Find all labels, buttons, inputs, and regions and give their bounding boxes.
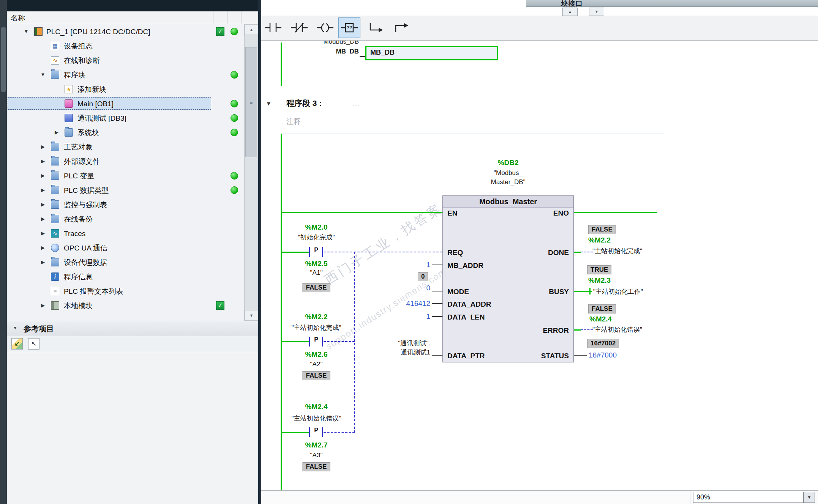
scrollbar-thumb[interactable]: ≡ [245, 47, 257, 157]
contact-operand[interactable]: %M2.0 [305, 223, 327, 232]
expander-closed-icon[interactable]: ▶ [39, 302, 46, 308]
busy-symbol[interactable]: "主站初始化工作" [593, 287, 643, 296]
tree-item-traces[interactable]: ▶ Traces [7, 226, 258, 241]
tree-item-online-diagnostics[interactable]: 在线和诊断 [7, 53, 258, 68]
interface-pane-up-icon[interactable]: ▲ [562, 8, 578, 16]
tree-item-online-backups[interactable]: ▶ 在线备份 [7, 212, 258, 226]
expander-closed-icon[interactable]: ▶ [39, 144, 46, 150]
expander-open-icon[interactable]: ▼ [23, 28, 30, 34]
expander-closed-icon[interactable]: ▶ [39, 202, 46, 207]
edge-mem-operand[interactable]: %M2.5 [305, 260, 327, 268]
edge-mem-operand[interactable]: %M2.7 [305, 441, 327, 449]
reference-projects-header[interactable]: ▼ 参考项目 [7, 321, 258, 336]
data-addr-value[interactable]: 416412 [377, 299, 430, 308]
done-operand[interactable]: %M2.2 [588, 236, 611, 244]
tree-scrollbar[interactable]: ▲ ≡ ▼ [244, 24, 258, 321]
expander-closed-icon[interactable]: ▶ [39, 187, 46, 193]
mode-value[interactable]: 0 [377, 284, 430, 292]
contact-symbol[interactable]: "主站初始化错误" [291, 414, 341, 423]
section-collapse-icon[interactable]: ▼ [13, 325, 17, 331]
panel-splitter[interactable] [258, 0, 261, 504]
edge-mem-symbol[interactable]: "A1" [310, 269, 323, 277]
tree-item-comm-test-db3[interactable]: 通讯测试 [DB3] [7, 111, 258, 125]
tree-item-local-modules[interactable]: ▶ 本地模块 ✓ [7, 298, 258, 313]
network-title-ellipsis: ..... [352, 101, 361, 108]
prev-block[interactable]: MB_DB [365, 46, 498, 60]
expander-open-icon[interactable]: ▼ [39, 72, 46, 77]
tree-item-plc-data-types[interactable]: ▶ PLC 数据类型 [7, 183, 258, 197]
expander-closed-icon[interactable]: ▶ [39, 216, 46, 222]
tree-item-add-new-block[interactable]: 添加新块 [7, 82, 258, 96]
zoom-select[interactable]: 90% [693, 492, 804, 503]
edge-mem-symbol[interactable]: "A2" [310, 361, 323, 368]
status-operand[interactable]: 16#7000 [589, 351, 642, 359]
tree-item-opc-ua[interactable]: ▶ OPC UA 通信 [7, 241, 258, 255]
instance-db-operand[interactable]: %DB2 [498, 159, 519, 167]
zoom-dropdown-icon[interactable]: ▼ [804, 492, 815, 503]
expander-closed-icon[interactable]: ▶ [39, 158, 46, 164]
modbus-master-block[interactable]: Modbus_Master EN REQ MB_ADDR MODE DATA_A… [442, 195, 574, 362]
data-ptr-operand[interactable]: "通讯测试". [362, 339, 430, 348]
editor-status-bar: 90% ▼ [261, 490, 818, 504]
tree-item-main-ob1[interactable]: Main [OB1] [7, 96, 258, 111]
scroll-up-icon[interactable]: ▲ [245, 24, 258, 35]
tree-item-program-info[interactable]: 程序信息 [7, 269, 258, 284]
expander-closed-icon[interactable]: ▶ [39, 259, 46, 265]
done-symbol[interactable]: "主站初始化完成" [592, 247, 642, 255]
data-len-value[interactable]: 1 [377, 312, 430, 321]
expander-closed-icon[interactable]: ▶ [39, 245, 46, 250]
p-trigger-contact[interactable]: P [309, 336, 323, 343]
done-monitor-value: FALSE [588, 225, 616, 234]
contact-symbol[interactable]: "初始化完成" [298, 233, 335, 242]
branch1-dashed-wire [324, 252, 442, 252]
prev-operand[interactable]: MB_DB [283, 48, 359, 55]
network-collapse-icon[interactable]: ▼ [266, 100, 272, 107]
contact-operand[interactable]: %M2.4 [305, 403, 327, 411]
mb-addr-value[interactable]: 1 [377, 261, 430, 269]
edge-mem-symbol[interactable]: "A3" [310, 452, 323, 459]
tia-portal-window: 名称 ▼ PLC_1 [CPU 1214C DC/DC/DC] ✓ 设备组态 在… [0, 0, 818, 504]
plc-data-types-folder-icon [51, 186, 59, 194]
branch3-wire [281, 432, 310, 433]
expander-closed-icon[interactable]: ▶ [39, 230, 46, 236]
network-comment[interactable]: 注释 [286, 117, 301, 127]
p-trigger-contact[interactable]: P [309, 247, 323, 254]
online-status-icon [231, 186, 238, 194]
contact-operand[interactable]: %M2.2 [305, 313, 327, 321]
close-branch-button[interactable] [390, 17, 412, 38]
expander-closed-icon[interactable]: ▶ [39, 173, 46, 178]
tree-item-watch-force-tables[interactable]: ▶ 监控与强制表 [7, 197, 258, 212]
tree-item-system-blocks[interactable]: ▶ 系统块 [7, 125, 258, 140]
watch-force-tables-folder-icon [51, 200, 59, 209]
normally-closed-contact-button[interactable] [288, 17, 310, 38]
interface-pane-down-icon[interactable]: ▼ [589, 8, 604, 16]
busy-operand[interactable]: %M2.3 [588, 276, 611, 285]
ob-block-icon [65, 99, 73, 108]
data-ptr-operand[interactable]: 通讯测试1 [362, 348, 430, 357]
empty-box-button[interactable]: ?? [338, 17, 360, 38]
open-branch-button[interactable] [365, 17, 387, 38]
tree-item-technology-objects[interactable]: ▶ 工艺对象 [7, 140, 258, 154]
status-wire [574, 355, 587, 356]
scroll-down-icon[interactable]: ▼ [245, 310, 258, 321]
alarm-text-list-icon [51, 287, 59, 295]
close-reference-project-icon[interactable]: ↖ [28, 338, 39, 350]
left-edge-tab[interactable] [1, 27, 6, 92]
tree-item-plc1[interactable]: ▼ PLC_1 [CPU 1214C DC/DC/DC] ✓ [7, 24, 258, 39]
tree-item-alarm-text-lists[interactable]: PLC 报警文本列表 [7, 284, 258, 298]
tree-item-program-blocks[interactable]: ▼ 程序块 [7, 68, 258, 82]
edge-mem-operand[interactable]: %M2.6 [305, 350, 327, 359]
tree-item-device-config[interactable]: 设备组态 [7, 39, 258, 53]
contact-symbol[interactable]: "主站初始化完成" [291, 323, 341, 332]
normally-open-contact-button[interactable] [262, 17, 284, 38]
tree-item-external-sources[interactable]: ▶ 外部源文件 [7, 154, 258, 169]
coil-button[interactable] [314, 17, 336, 38]
open-reference-project-icon[interactable]: ↙ [11, 338, 23, 350]
error-operand[interactable]: %M2.4 [589, 315, 612, 323]
tree-item-plc-tags[interactable]: ▶ PLC 变量 [7, 169, 258, 183]
error-symbol[interactable]: "主站初始化错误" [592, 325, 642, 334]
p-trigger-contact[interactable]: P [309, 427, 323, 434]
expander-closed-icon[interactable]: ▶ [53, 129, 60, 135]
tree-item-device-proxy-data[interactable]: ▶ 设备代理数据 [7, 255, 258, 269]
block-interface-bar[interactable]: 块接口 [526, 0, 818, 7]
